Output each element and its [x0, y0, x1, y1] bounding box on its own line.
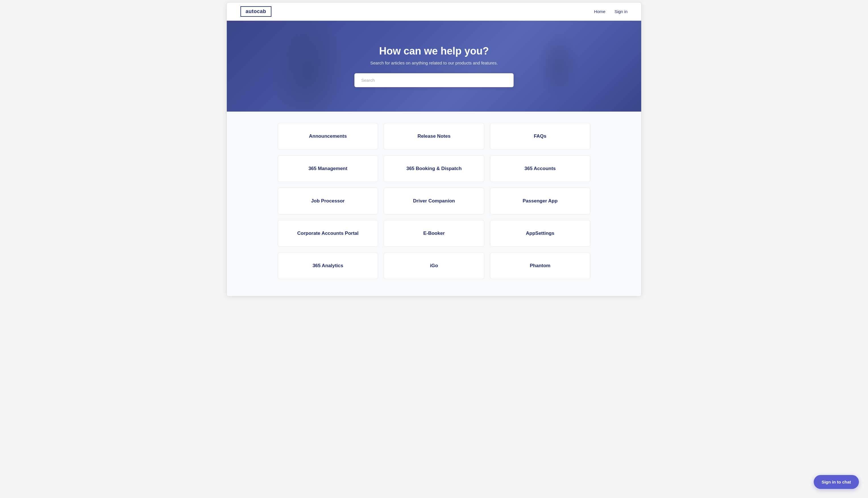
appsettings-card-label: AppSettings — [526, 231, 554, 236]
hero-content: How can we help you? Search for articles… — [354, 45, 514, 87]
hero-title: How can we help you? — [354, 45, 514, 57]
hero-subtitle: Search for articles on anything related … — [354, 61, 514, 65]
page-wrapper: autocab Home Sign in How can we help you… — [227, 2, 641, 297]
passenger-app-card[interactable]: Passenger App — [490, 188, 590, 214]
hero-section: How can we help you? Search for articles… — [227, 21, 641, 112]
365-accounts-card-label: 365 Accounts — [524, 166, 556, 171]
365-analytics-card[interactable]: 365 Analytics — [278, 252, 378, 279]
driver-companion-card[interactable]: Driver Companion — [384, 188, 484, 214]
igo-card-label: iGo — [430, 263, 438, 268]
navbar: autocab Home Sign in — [227, 2, 641, 21]
release-notes-card[interactable]: Release Notes — [384, 123, 484, 149]
job-processor-card-label: Job Processor — [311, 198, 345, 204]
home-link[interactable]: Home — [594, 9, 605, 14]
corporate-accounts-portal-card[interactable]: Corporate Accounts Portal — [278, 220, 378, 247]
igo-card[interactable]: iGo — [384, 252, 484, 279]
faqs-card[interactable]: FAQs — [490, 123, 590, 149]
phantom-card-label: Phantom — [530, 263, 550, 268]
search-bar-wrapper — [354, 73, 514, 87]
announcements-card[interactable]: Announcements — [278, 123, 378, 149]
signin-link[interactable]: Sign in — [614, 9, 627, 14]
search-input[interactable] — [354, 73, 514, 87]
365-management-card-label: 365 Management — [308, 166, 347, 171]
appsettings-card[interactable]: AppSettings — [490, 220, 590, 247]
365-booking-dispatch-card-label: 365 Booking & Dispatch — [406, 166, 462, 171]
job-processor-card[interactable]: Job Processor — [278, 188, 378, 214]
365-management-card[interactable]: 365 Management — [278, 155, 378, 182]
phantom-card[interactable]: Phantom — [490, 252, 590, 279]
e-booker-card[interactable]: E-Booker — [384, 220, 484, 247]
nav-links: Home Sign in — [594, 9, 627, 14]
logo[interactable]: autocab — [241, 6, 271, 17]
passenger-app-card-label: Passenger App — [523, 198, 558, 204]
faqs-card-label: FAQs — [534, 133, 546, 139]
e-booker-card-label: E-Booker — [423, 231, 445, 236]
release-notes-card-label: Release Notes — [418, 133, 450, 139]
main-content: AnnouncementsRelease NotesFAQs365 Manage… — [227, 112, 641, 296]
announcements-card-label: Announcements — [309, 133, 347, 139]
sign-in-to-chat-button[interactable]: Sign in to chat — [814, 475, 859, 489]
corporate-accounts-portal-card-label: Corporate Accounts Portal — [297, 231, 359, 236]
365-accounts-card[interactable]: 365 Accounts — [490, 155, 590, 182]
365-booking-dispatch-card[interactable]: 365 Booking & Dispatch — [384, 155, 484, 182]
cards-grid: AnnouncementsRelease NotesFAQs365 Manage… — [278, 123, 590, 279]
365-analytics-card-label: 365 Analytics — [312, 263, 343, 268]
driver-companion-card-label: Driver Companion — [413, 198, 455, 204]
